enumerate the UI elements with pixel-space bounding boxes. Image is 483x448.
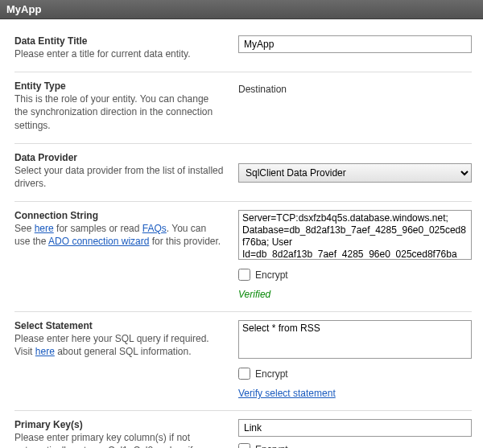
entity-title-sub: Please enter a title for current data en… <box>14 47 224 60</box>
conn-encrypt-label: Encrypt <box>255 269 288 281</box>
form-body: Data Entity Title Please enter a title f… <box>0 19 483 448</box>
pk-encrypt-label: Encrypt <box>255 444 288 448</box>
select-encrypt-checkbox[interactable] <box>238 368 250 380</box>
section-connection-string: Connection String See here for samples o… <box>14 202 472 312</box>
connection-string-label: Connection String <box>14 210 224 221</box>
conn-verified-status: Verified <box>238 289 472 300</box>
verify-select-link[interactable]: Verify select statement <box>238 388 336 399</box>
select-here-link[interactable]: here <box>35 346 55 357</box>
primary-key-sub: Please enter primary key column(s) if no… <box>14 431 224 448</box>
entity-type-label: Entity Type <box>14 80 224 92</box>
pk-encrypt-checkbox[interactable] <box>238 443 250 448</box>
primary-key-input[interactable] <box>238 419 472 437</box>
conn-encrypt-checkbox[interactable] <box>238 269 250 281</box>
conn-here-link[interactable]: here <box>35 223 54 234</box>
connection-string-input[interactable] <box>238 210 472 260</box>
conn-ado-link[interactable]: ADO connection wizard <box>48 236 149 247</box>
select-encrypt-label: Encrypt <box>255 368 288 380</box>
entity-type-sub: This is the role of your entity. You can… <box>14 92 224 132</box>
select-stmt-input[interactable] <box>238 320 472 359</box>
data-provider-label: Data Provider <box>14 152 224 163</box>
section-data-provider: Data Provider Select your data provider … <box>14 144 472 202</box>
section-primary-key: Primary Key(s) Please enter primary key … <box>14 411 472 448</box>
entity-title-label: Data Entity Title <box>14 35 224 47</box>
section-entity-type: Entity Type This is the role of your ent… <box>14 72 472 144</box>
window-title: MyApp <box>0 0 483 19</box>
conn-faq-link[interactable]: FAQs <box>142 223 167 234</box>
section-entity-title: Data Entity Title Please enter a title f… <box>14 27 472 72</box>
data-provider-select[interactable]: SqlClient Data Provider <box>238 163 472 183</box>
connection-string-sub: See here for samples or read FAQs. You c… <box>14 222 224 248</box>
primary-key-label: Primary Key(s) <box>14 419 224 430</box>
data-provider-sub: Select your data provider from the list … <box>14 164 224 190</box>
section-select-statement: Select Statement Please enter here your … <box>14 312 472 411</box>
entity-title-input[interactable] <box>238 35 472 53</box>
select-stmt-sub: Please enter here your SQL query if requ… <box>14 332 224 358</box>
entity-type-value: Destination <box>238 80 472 95</box>
select-stmt-label: Select Statement <box>14 320 224 331</box>
